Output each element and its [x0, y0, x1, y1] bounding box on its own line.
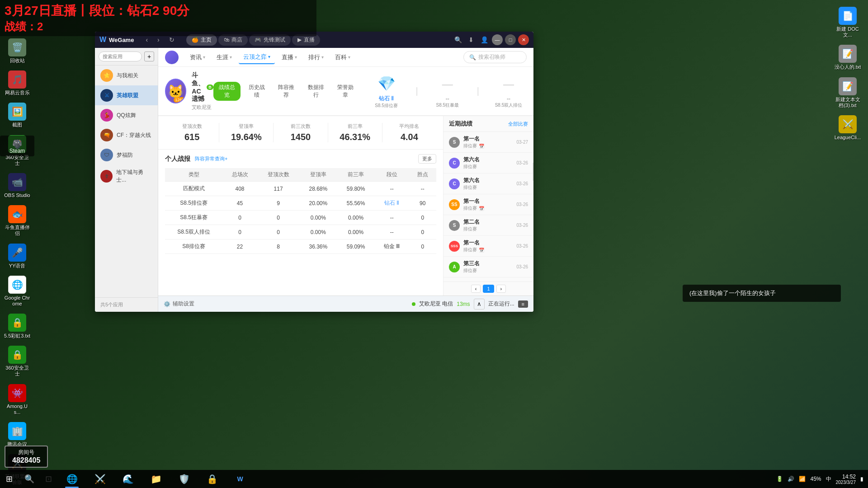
- topnav-item-news[interactable]: 资讯 ▾: [185, 51, 210, 64]
- topnav-item-rank[interactable]: 排行 ▾: [304, 51, 328, 64]
- table-header-row: 类型 总场次 登顶次数 登顶率 前三率 段位 胜点: [165, 168, 436, 182]
- topnav-search[interactable]: 🔍 搜索召唤师: [463, 51, 527, 63]
- topnav-item-career[interactable]: 生涯 ▾: [212, 51, 236, 64]
- taskbar-icon-search[interactable]: 🔍: [20, 470, 38, 488]
- taskbar-icon-task[interactable]: ⊡: [39, 470, 57, 488]
- table-row: 匹配模式 408 117 28.68% 59.80% -- --: [165, 182, 436, 196]
- expand-button[interactable]: ∧: [474, 299, 485, 310]
- battle-table: 类型 总场次 登顶次数 登顶率 前三率 段位 胜点: [165, 168, 436, 254]
- rank-label-1: 钻石 Ⅱ: [368, 95, 405, 103]
- subnav-overview[interactable]: 战绩总览: [213, 82, 241, 101]
- tab-shop-label: 商店: [231, 36, 242, 44]
- desktop-icon-lol-client[interactable]: ⚔️ LeagueCli...: [832, 113, 863, 143]
- topnav-item-stream[interactable]: 直播 ▾: [277, 51, 302, 64]
- rank-sublabel-1: S8.5排位赛: [368, 103, 405, 109]
- rank-separator-1: |: [414, 86, 420, 96]
- right-panel-header: 近期战绩 全部比赛: [443, 116, 533, 132]
- desktop-icon-360-4[interactable]: 🔒 5.5彩虹3.txt: [1, 311, 33, 341]
- taskbar-app-lol[interactable]: ⚔️: [86, 470, 113, 488]
- prev-page-button[interactable]: ‹: [471, 285, 481, 293]
- desktop-icon-gallery[interactable]: 🖼️ 截图: [1, 100, 33, 130]
- sidebar-item-related[interactable]: ⭐ 与我相关: [95, 66, 158, 85]
- match-item-5[interactable]: SSS 第一名 排位赛 📅 03-26: [443, 236, 533, 257]
- desktop-icon-chrome[interactable]: 🌐 Google Chrome: [1, 273, 33, 309]
- more-button[interactable]: 更多: [418, 154, 436, 164]
- topnav-news-label: 资讯: [190, 53, 202, 61]
- taskbar-sound[interactable]: 🔊: [788, 476, 794, 482]
- stat-item-avgrank: 平均排名 4.04: [382, 123, 436, 142]
- taskbar-app-360[interactable]: 🔒: [198, 470, 226, 488]
- minimize-button[interactable]: —: [492, 34, 503, 45]
- sidebar-item-dungeon-label: 地下城与勇士...: [116, 169, 152, 184]
- desktop-icon-among[interactable]: 👾 Among.Us...: [1, 382, 33, 418]
- sidebar-item-meng[interactable]: 🛡 梦福防: [95, 145, 158, 165]
- tab-home-label: 主页: [201, 36, 212, 44]
- sidebar-item-dungeon[interactable]: 🗡 地下城与勇士...: [95, 165, 158, 188]
- th-top1: 登顶次数: [257, 168, 299, 182]
- news-chevron-icon: ▾: [203, 55, 205, 60]
- match-info-1: 第六名 排位赛: [463, 156, 513, 170]
- match-info-4: 第二名 排位赛: [463, 218, 513, 232]
- taskbar-app-explorer[interactable]: 📁: [142, 470, 170, 488]
- match-item-6[interactable]: A 第三名 排位赛 03-26: [443, 257, 533, 277]
- match-item-3[interactable]: SS 第一名 排位赛 📅 03-26: [443, 194, 533, 215]
- download-ctrl-icon[interactable]: ⬇: [466, 34, 476, 45]
- match-item-1[interactable]: C 第六名 排位赛 03-26: [443, 153, 533, 174]
- match-icon-0: 📅: [479, 144, 484, 149]
- desktop-icon-doc[interactable]: 📄 新建 DOC 文...: [832, 5, 863, 40]
- sidebar-add-button[interactable]: +: [144, 52, 154, 61]
- row0-top3rate: 59.80%: [337, 182, 374, 196]
- sidebar-item-lol[interactable]: ⚔ 英雄联盟: [95, 85, 158, 105]
- desktop-icon-obs[interactable]: 📹 OBS Studio: [1, 171, 33, 201]
- maximize-button[interactable]: □: [505, 34, 516, 45]
- subnav-recommend[interactable]: 阵容推荐: [273, 82, 300, 101]
- page-1-button[interactable]: 1: [483, 285, 494, 293]
- steam-window[interactable]: 🎮 Steam: [0, 136, 34, 156]
- topnav-item-wiki[interactable]: 百科 ▾: [330, 51, 355, 64]
- taskbar-app-chrome[interactable]: 🌐: [58, 470, 85, 488]
- all-matches-link[interactable]: 全部比赛: [508, 121, 528, 127]
- user-ctrl-icon[interactable]: 👤: [479, 34, 490, 45]
- desktop-icon-yyvoice[interactable]: 🎤 YY语音: [1, 241, 33, 271]
- next-page-button[interactable]: ›: [496, 285, 506, 293]
- match-rank-3: 第一名: [463, 197, 513, 205]
- subnav-history[interactable]: 历史战绩: [243, 82, 270, 101]
- desktop-icon-recycle[interactable]: 🗑️ 回收站: [1, 36, 33, 66]
- desktop-icon-music[interactable]: 🎵 网易云音乐: [1, 68, 33, 98]
- match-item-0[interactable]: S 第一名 排位赛 📅 03-27: [443, 132, 533, 153]
- start-button[interactable]: ⊞: [0, 470, 18, 488]
- sidebar-item-cf[interactable]: 🔫 CF：穿越火线: [95, 125, 158, 145]
- subnav-datarank[interactable]: 数据排行: [302, 82, 330, 101]
- close-button[interactable]: ✕: [518, 34, 529, 45]
- desktop-icon-360-5[interactable]: 🔒 360安全卫士: [1, 343, 33, 379]
- tab-pioneer-icon: 🎮: [255, 37, 261, 43]
- match-item-2[interactable]: C 第六名 排位赛 03-26: [443, 174, 533, 194]
- match-item-4[interactable]: S 第二名 排位赛 03-26: [443, 215, 533, 236]
- taskbar-app-security[interactable]: 🛡️: [170, 470, 198, 488]
- search-input[interactable]: [99, 52, 142, 61]
- th-type: 类型: [165, 168, 222, 182]
- desktop-icon-txt1[interactable]: 📝 没心人的.txt: [832, 42, 863, 72]
- profile-sub: 艾欧尼亚: [192, 104, 213, 111]
- rank-icon-1: 💎: [376, 73, 396, 94]
- taskbar-show-desktop[interactable]: ▮: [860, 476, 863, 482]
- sidebar-item-qqwu[interactable]: 💃 QQ炫舞: [95, 105, 158, 125]
- taskbar-search-icon: 🔍: [24, 474, 34, 484]
- topnav-item-tft[interactable]: 云顶之弈 ▾: [239, 51, 275, 64]
- subnav-honor[interactable]: 荣誉勋章: [332, 82, 359, 101]
- th-rank: 段位: [375, 168, 409, 182]
- battle-link[interactable]: 阵容异常查询+: [195, 155, 227, 162]
- desktop-icon-txt2[interactable]: 📝 新建文本文档(3).txt: [832, 75, 863, 111]
- menu-button[interactable]: ≡: [518, 300, 528, 308]
- settings-area[interactable]: ⚙️ 辅助设置: [164, 300, 194, 308]
- desktop: 3月27日直播丨段位：钻石2 90分 战绩：2 🗑️ 回收站 🎵 网易云音乐 🖼…: [0, 0, 868, 488]
- desktop-icons-right: 📄 新建 DOC 文... 📝 没心人的.txt 📝 新建文本文档(3).txt…: [832, 0, 863, 143]
- career-chevron-icon: ▾: [230, 55, 232, 60]
- settings-label: 辅助设置: [173, 300, 194, 308]
- search-ctrl-icon[interactable]: 🔍: [453, 34, 463, 45]
- taskbar-app-wegame[interactable]: W: [226, 470, 254, 488]
- desktop-icon-douyu[interactable]: 🐟 斗鱼直播伴侣: [1, 203, 33, 239]
- taskbar-network[interactable]: 📶: [799, 476, 806, 482]
- taskbar-app-edge[interactable]: 🌊: [114, 470, 142, 488]
- profile-info: 斗鱼、AC遗憾 B 艾欧尼亚: [192, 71, 213, 111]
